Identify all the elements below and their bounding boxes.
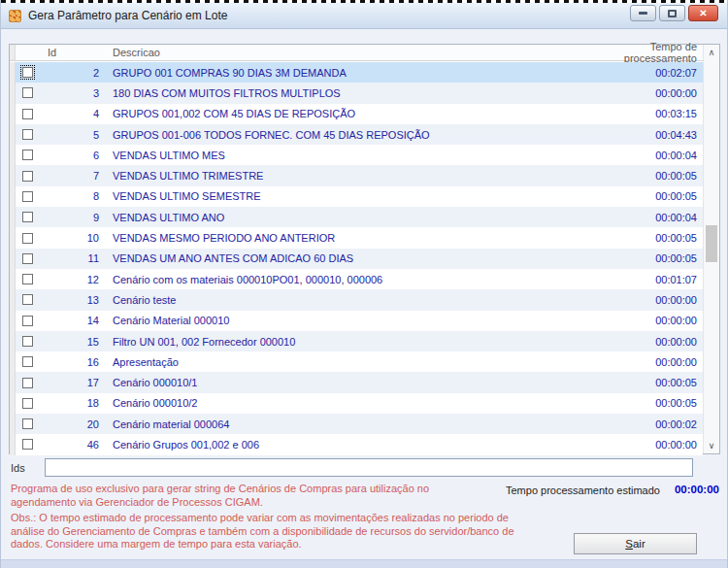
row-checkbox[interactable] xyxy=(22,336,33,347)
table-row[interactable]: 5 GRUPOS 001-006 TODOS FORNEC. COM 45 DI… xyxy=(10,124,703,145)
row-processing-time: 00:00:02 xyxy=(582,418,703,430)
table-row[interactable]: 3 180 DIAS COM MUITOS FILTROS MULTIPLOS … xyxy=(10,83,703,103)
table-row[interactable]: 14 Cenário Material 000010 00:00:00 xyxy=(10,311,703,331)
row-description: GRUPO 001 COMPRAS 90 DIAS 3M DEMANDA xyxy=(105,67,582,79)
row-checkbox[interactable] xyxy=(22,87,33,98)
app-icon xyxy=(9,10,21,22)
ids-input[interactable] xyxy=(45,458,693,477)
row-processing-time: 00:00:04 xyxy=(582,150,703,161)
title-bar[interactable]: Gera Parâmetro para Cenário em Lote xyxy=(1,3,727,29)
table-row[interactable]: 15 Filtro UN 001, 002 Fornecedor 000010 … xyxy=(10,331,703,351)
row-checkbox[interactable] xyxy=(22,129,33,140)
row-description: Filtro UN 001, 002 Fornecedor 000010 xyxy=(105,336,582,348)
row-processing-time: 00:00:04 xyxy=(582,212,703,223)
checkbox-cell xyxy=(16,356,45,367)
table-row[interactable]: 11 VENDAS UM ANO ANTES COM ADICAO 60 DIA… xyxy=(10,249,703,269)
row-processing-time: 00:00:00 xyxy=(582,356,703,368)
table-row[interactable]: 17 Cenário 000010/1 00:00:05 xyxy=(10,372,703,392)
row-id: 11 xyxy=(45,252,105,264)
row-processing-time: 00:00:05 xyxy=(582,377,703,388)
row-processing-time: 00:00:00 xyxy=(582,87,703,99)
row-checkbox[interactable] xyxy=(22,109,33,119)
table-row[interactable]: 12 Cenário com os materiais 000010PO01, … xyxy=(10,269,703,289)
table-row[interactable]: 20 Cenário material 000064 00:00:02 xyxy=(10,414,703,434)
row-description: VENDAS UM ANO ANTES COM ADICAO 60 DIAS xyxy=(105,252,582,264)
table-row[interactable]: 2 GRUPO 001 COMPRAS 90 DIAS 3M DEMANDA 0… xyxy=(10,62,703,83)
row-checkbox[interactable] xyxy=(22,378,33,388)
row-checkbox[interactable] xyxy=(22,418,33,429)
column-header-descricao[interactable]: Descricao xyxy=(105,47,582,58)
row-checkbox[interactable] xyxy=(22,67,33,78)
row-description: VENDAS ULTIMO TRIMESTRE xyxy=(105,170,582,182)
row-description: Cenário 000010/1 xyxy=(105,377,582,388)
checkbox-cell xyxy=(16,336,45,347)
row-id: 10 xyxy=(45,232,105,244)
usage-notice-text: Programa de uso exclusivo para gerar str… xyxy=(11,482,496,509)
maximize-button[interactable] xyxy=(659,5,685,21)
row-processing-time: 00:00:05 xyxy=(582,397,703,409)
window-bottom-frame xyxy=(1,559,727,568)
table-row[interactable]: 13 Cenário teste 00:00:00 xyxy=(10,289,703,310)
row-checkbox[interactable] xyxy=(22,171,33,182)
estimated-time-value: 00:00:00 xyxy=(642,484,719,495)
row-checkbox[interactable] xyxy=(22,191,33,202)
row-checkbox[interactable] xyxy=(22,253,33,264)
scrollbar-thumb[interactable] xyxy=(706,225,717,262)
row-id: 15 xyxy=(45,336,105,348)
row-checkbox[interactable] xyxy=(22,294,33,305)
table-row[interactable]: 7 VENDAS ULTIMO TRIMESTRE 00:00:05 xyxy=(10,165,703,185)
minimize-icon xyxy=(639,12,647,15)
table-row[interactable]: 16 Apresentação 00:00:00 xyxy=(10,351,703,372)
table-row[interactable]: 10 VENDAS MESMO PERIODO ANO ANTERIOR 00:… xyxy=(10,227,703,248)
row-description: GRUPOS 001,002 COM 45 DIAS DE REPOSIÇÃO xyxy=(105,108,582,119)
row-processing-time: 00:04:43 xyxy=(582,129,703,141)
column-header-tempo[interactable]: Tempo de processamento xyxy=(582,41,703,64)
row-checkbox[interactable] xyxy=(22,398,33,409)
table-row[interactable]: 46 Cenário Grupos 001,002 e 006 00:00:00 xyxy=(10,434,703,454)
row-checkbox[interactable] xyxy=(22,212,33,222)
row-processing-time: 00:03:15 xyxy=(582,108,703,119)
checkbox-cell xyxy=(16,316,45,326)
ids-label: Ids xyxy=(11,462,25,474)
row-description: Cenário Grupos 001,002 e 006 xyxy=(105,439,582,451)
table-row[interactable]: 4 GRUPOS 001,002 COM 45 DIAS DE REPOSIÇÃ… xyxy=(10,104,703,124)
row-id: 16 xyxy=(45,356,105,368)
row-checkbox[interactable] xyxy=(22,316,33,326)
row-description: 180 DIAS COM MUITOS FILTROS MULTIPLOS xyxy=(105,87,582,99)
row-id: 7 xyxy=(45,170,105,182)
minimize-button[interactable] xyxy=(630,5,656,21)
checkbox-cell xyxy=(16,150,45,160)
capture-selection-border xyxy=(1,0,727,3)
checkbox-cell xyxy=(16,212,45,222)
table-row[interactable]: 9 VENDAS ULTIMO ANO 00:00:04 xyxy=(10,207,703,227)
checkbox-cell xyxy=(16,233,45,244)
checkbox-cell xyxy=(16,109,45,119)
scroll-up-icon[interactable]: ∧ xyxy=(704,46,719,59)
row-processing-time: 00:02:07 xyxy=(582,67,703,79)
row-id: 2 xyxy=(45,67,105,79)
table-row[interactable]: 18 Cenário 000010/2 00:00:05 xyxy=(10,393,703,414)
row-checkbox[interactable] xyxy=(22,356,33,367)
checkbox-cell xyxy=(16,171,45,182)
row-checkbox[interactable] xyxy=(22,439,33,450)
column-header-id[interactable]: Id xyxy=(45,47,105,58)
exit-button[interactable]: Sair xyxy=(574,533,697,554)
close-button[interactable]: ✕ xyxy=(688,5,718,21)
row-description: Cenário teste xyxy=(105,294,582,306)
row-processing-time: 00:01:07 xyxy=(582,274,703,285)
row-checkbox[interactable] xyxy=(22,274,33,284)
row-processing-time: 00:00:05 xyxy=(582,190,703,202)
vertical-scrollbar[interactable]: ∧ ∨ xyxy=(703,45,719,453)
row-processing-time: 00:00:00 xyxy=(582,439,703,451)
window-controls: ✕ xyxy=(630,5,718,21)
row-description: VENDAS MESMO PERIODO ANO ANTERIOR xyxy=(105,232,582,244)
checkbox-cell xyxy=(16,378,45,388)
table-row[interactable]: 6 VENDAS ULTIMO MES 00:00:04 xyxy=(10,145,703,165)
scroll-down-icon[interactable]: ∨ xyxy=(704,439,719,452)
row-id: 5 xyxy=(45,129,105,141)
checkbox-cell xyxy=(16,294,45,305)
row-processing-time: 00:00:00 xyxy=(582,294,703,306)
row-checkbox[interactable] xyxy=(22,150,33,160)
row-checkbox[interactable] xyxy=(22,233,33,244)
table-row[interactable]: 8 VENDAS ULTIMO SEMESTRE 00:00:05 xyxy=(10,186,703,207)
